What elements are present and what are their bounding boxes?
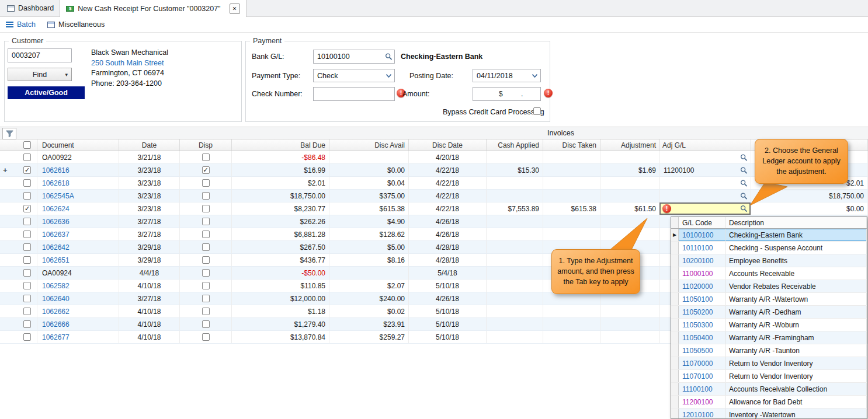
col-disp[interactable]: Disp [180,139,232,151]
gl-option-row[interactable]: 10110100Checking - Suspense Account [671,242,867,254]
gl-description-cell: Return to Vendor Inventory [725,370,867,382]
row-checkbox[interactable] [23,308,31,315]
gl-code-cell: 11100100 [679,383,725,395]
toolbar-batch[interactable]: Batch [6,20,36,29]
posting-date-select[interactable]: 04/11/2018 [473,69,541,82]
document-cell[interactable]: 1062545A [37,190,119,202]
document-cell[interactable]: 1062662 [37,305,119,317]
find-dropdown-arrow[interactable]: ▾ [65,72,68,78]
select-all-checkbox[interactable] [23,141,31,149]
gl-option-row[interactable]: 11020000Vendor Rebates Receivable [671,280,867,293]
gl-option-row[interactable]: 12010100Inventory -Watertown [671,408,867,419]
filter-button[interactable] [2,128,16,139]
toolbar-miscellaneous[interactable]: Miscellaneous [47,20,105,29]
row-select-cell [18,318,37,330]
gl-option-row[interactable]: 11050500Warranty A/R -Taunton [671,344,867,357]
amount-input[interactable]: $ . [473,87,541,101]
document-cell[interactable]: 1062636 [37,215,119,228]
row-checkbox[interactable] [23,295,31,302]
document-cell[interactable]: 1062640 [37,292,119,305]
tab-cash-receipt[interactable]: New Cash Receipt For Customer "0003207" … [60,0,246,17]
magnifier-icon[interactable] [740,166,748,174]
row-checkbox[interactable] [23,192,31,200]
row-checkbox[interactable]: ✓ [23,205,31,212]
gl-option-row[interactable]: 11200100Allowance for Bad Debt [671,396,867,408]
tab-dashboard[interactable]: Dashboard [1,0,60,16]
disp-checkbox[interactable] [202,282,210,289]
disp-checkbox[interactable] [202,269,210,277]
col-cash-applied[interactable]: Cash Applied [487,139,543,151]
gl-option-row[interactable]: 11070000Return to Vendor Inventory [671,357,867,370]
document-cell[interactable]: 1062642 [37,241,119,253]
bank-gl-input[interactable] [313,50,395,64]
document-cell[interactable]: 1062637 [37,228,119,240]
col-adj-gl[interactable]: Adj G/L [660,139,751,151]
gl-option-row[interactable]: ▶10100100Checking-Eastern Bank [671,229,867,242]
col-document[interactable]: Document [37,139,119,151]
gl-option-row[interactable]: 11100100Accounts Receivable Collection [671,383,867,396]
row-checkbox[interactable] [23,243,31,251]
gl-option-row[interactable]: 11050100Warranty A/R -Watertown [671,293,867,306]
close-tab-button[interactable]: ✕ [230,4,240,14]
disp-checkbox[interactable] [202,153,210,161]
col-disc-date[interactable]: Disc Date [409,139,487,151]
disp-checkbox[interactable] [202,308,210,315]
row-select-cell: ✓ [18,164,37,176]
col-disc-avail[interactable]: Disc Avail [329,139,409,151]
disp-checkbox[interactable] [202,320,210,328]
bank-gl-lookup-icon[interactable] [385,53,393,61]
gl-option-row[interactable]: 11070100Return to Vendor Inventory [671,370,867,383]
gl-option-row[interactable]: 11050200Warranty A/R -Dedham [671,306,867,319]
disp-checkbox[interactable]: ✓ [202,166,210,174]
check-number-input[interactable] [313,87,395,101]
document-cell[interactable]: 1062618 [37,177,119,189]
adj-gl-cell[interactable] [660,151,751,163]
magnifier-icon[interactable] [740,153,748,161]
gl-option-row[interactable]: 11050400Warranty A/R -Framingham [671,331,867,344]
col-adjustment[interactable]: Adjustment [600,139,660,151]
bypass-cc-checkbox[interactable] [533,107,541,115]
row-checkbox[interactable] [23,231,31,238]
customer-number-input[interactable] [8,48,72,62]
gl-option-row[interactable]: 10200100Employee Benefits [671,254,867,267]
row-checkbox[interactable] [23,179,31,187]
col-disc-taken[interactable]: Disc Taken [543,139,600,151]
row-checkbox[interactable] [23,218,31,225]
row-gutter [0,215,18,228]
row-checkbox[interactable] [23,320,31,328]
row-checkbox[interactable] [23,333,31,341]
disp-checkbox[interactable] [202,295,210,302]
col-date[interactable]: Date [119,139,180,151]
disp-checkbox[interactable] [202,256,210,264]
document-cell[interactable]: 1062616 [37,164,119,176]
disp-checkbox[interactable] [202,192,210,200]
row-checkbox[interactable]: ✓ [23,166,31,174]
gl-option-row[interactable]: 11050300Warranty A/R -Woburn [671,319,867,331]
disp-checkbox[interactable] [202,179,210,187]
col-bal-due[interactable]: Bal Due [232,139,329,151]
document-cell[interactable]: 1062677 [37,331,119,343]
expand-icon[interactable]: + [3,166,8,174]
gl-option-row[interactable]: 11000100Accounts Receivable [671,267,867,280]
row-checkbox[interactable] [23,282,31,289]
gl-code-cell: 10110100 [679,242,725,254]
customer-address-link[interactable]: 250 South Main Street [91,58,168,69]
row-checkbox[interactable] [23,269,31,277]
disp-checkbox[interactable] [202,243,210,251]
disp-checkbox[interactable] [202,231,210,238]
row-checkbox[interactable] [23,153,31,161]
gl-code-header[interactable]: G/L Code [679,217,725,228]
disp-checkbox[interactable] [202,218,210,225]
disp-checkbox[interactable] [202,205,210,212]
payment-type-select[interactable]: Check [313,69,395,82]
document-cell[interactable]: 1062666 [37,318,119,330]
document-cell[interactable]: 1062624 [37,202,119,215]
row-checkbox[interactable] [23,256,31,264]
adj-gl-cell[interactable]: 11200100 [660,164,751,176]
document-cell[interactable]: 1062651 [37,254,119,266]
gl-description-header[interactable]: Description [725,217,867,228]
find-button[interactable]: Find ▾ [8,68,72,81]
disp-checkbox[interactable] [202,333,210,341]
invoice-grid-header: Document Date Disp Bal Due Disc Avail Di… [0,139,868,151]
document-cell[interactable]: 1062582 [37,280,119,292]
